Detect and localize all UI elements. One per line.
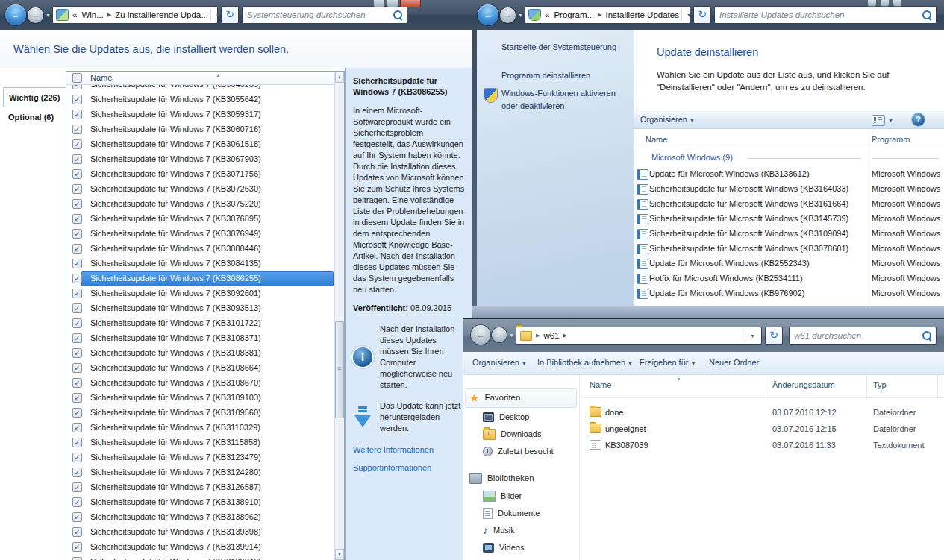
recent-pages-dropdown[interactable]: ▼: [518, 13, 523, 18]
installed-update-row[interactable]: Hotfix für Microsoft Windows (KB2534111)…: [634, 271, 944, 286]
installed-update-row[interactable]: Update für Microsoft Windows (KB2552343)…: [634, 257, 944, 271]
search-box[interactable]: Installierte Updates durchsuchen: [714, 6, 937, 24]
update-row[interactable]: ✓Sicherheitsupdate für Windows 7 (KB3109…: [66, 391, 334, 406]
update-row[interactable]: ✓Sicherheitsupdate für Windows 7 (KB3139…: [66, 555, 334, 560]
share-with-menu[interactable]: Freigeben für ▼: [640, 358, 696, 367]
update-checkbox[interactable]: ✓: [72, 169, 82, 179]
breadcrumb-programs[interactable]: Program...: [551, 10, 596, 19]
update-checkbox[interactable]: ✓: [72, 557, 82, 560]
search-icon[interactable]: [393, 10, 402, 19]
update-checkbox[interactable]: ✓: [72, 244, 82, 254]
breadcrumb-updates-to-install[interactable]: Zu installierende Upda...: [113, 10, 210, 19]
name-column-header[interactable]: Name: [90, 73, 112, 82]
new-folder-button[interactable]: Neuer Ordner: [709, 358, 759, 367]
update-row[interactable]: ✓Sicherheitsupdate für Windows 7 (KB3138…: [66, 510, 334, 525]
update-checkbox[interactable]: ✓: [72, 125, 82, 134]
update-row[interactable]: ✓Sicherheitsupdate für Windows 7 (KB3060…: [66, 122, 334, 137]
task-control-panel-home[interactable]: Startseite der Systemsteuerung: [501, 43, 616, 51]
sidebar-item-bilder[interactable]: Bilder: [483, 488, 522, 503]
update-checkbox[interactable]: ✓: [72, 482, 82, 492]
type-column-header[interactable]: Typ: [873, 380, 887, 389]
update-row[interactable]: ✓Sicherheitsupdate für Windows 7 (KB3123…: [66, 450, 334, 465]
address-bar[interactable]: « Win... ▶ Zu installierende Upda... ▼: [52, 6, 218, 24]
breadcrumb-windows-update[interactable]: Win...: [79, 10, 105, 19]
update-row[interactable]: ✓Sicherheitsupdate für Windows 7 (KB3108…: [66, 331, 334, 346]
organize-menu[interactable]: Organisieren ▼: [640, 115, 695, 124]
sidebar-item-videos[interactable]: Videos: [483, 540, 524, 555]
search-box[interactable]: Systemsteuerung durchsuchen: [242, 6, 407, 24]
refresh-button[interactable]: ↻: [765, 327, 783, 345]
update-row[interactable]: ✓Sicherheitsupdate für Windows 7 (KB3076…: [66, 212, 334, 227]
update-row[interactable]: ✓Sicherheitsupdate für Windows 7 (KB3059…: [66, 107, 334, 122]
update-row[interactable]: ✓Sicherheitsupdate für Windows 7 (KB3055…: [66, 92, 334, 107]
column-divider[interactable]: [866, 375, 867, 397]
update-row[interactable]: ✓Sicherheitsupdate für Windows 7 (KB3093…: [66, 301, 334, 316]
forward-button[interactable]: →: [500, 7, 516, 23]
help-icon[interactable]: ?: [912, 113, 925, 126]
update-checkbox[interactable]: ✓: [72, 95, 82, 104]
update-checkbox[interactable]: ✓: [72, 259, 82, 268]
address-bar[interactable]: « Program... ▶ Installierte Updates ▼: [525, 6, 690, 24]
installed-update-row[interactable]: Sicherheitsupdate für Microsoft Windows …: [634, 212, 944, 227]
organize-menu[interactable]: Organisieren ▼: [472, 358, 527, 367]
search-icon[interactable]: [922, 10, 931, 19]
name-column-header[interactable]: Name: [590, 380, 611, 389]
installed-update-row[interactable]: Update für Microsoft Windows (KB976902)M…: [634, 286, 944, 301]
address-dropdown-icon[interactable]: ▼: [745, 330, 758, 342]
update-checkbox[interactable]: ✓: [72, 453, 82, 462]
update-row[interactable]: ✓Sicherheitsupdate für Windows 7 (KB3126…: [66, 480, 334, 495]
maximize-button[interactable]: [880, 0, 890, 7]
update-row[interactable]: ✓Sicherheitsupdate für Windows 7 (KB3110…: [66, 421, 334, 435]
list-column-header[interactable]: Name ▲: [66, 72, 344, 85]
update-row[interactable]: ✓Sicherheitsupdate für Windows 7 (KB3101…: [66, 316, 334, 331]
update-checkbox[interactable]: ✓: [72, 303, 82, 313]
update-row[interactable]: ✓Sicherheitsupdate für Windows 7 (KB3071…: [66, 167, 334, 182]
include-in-library-menu[interactable]: In Bibliothek aufnehmen ▼: [537, 358, 633, 367]
update-row[interactable]: ✓Sicherheitsupdate für Windows 7 (KB3108…: [66, 361, 334, 376]
column-divider[interactable]: [937, 375, 938, 397]
update-checkbox[interactable]: ✓: [72, 139, 82, 149]
update-row[interactable]: ✓Sicherheitsupdate für Windows 7 (KB3124…: [66, 465, 334, 480]
date-column-header[interactable]: Änderungsdatum: [772, 380, 835, 389]
update-checkbox[interactable]: ✓: [72, 199, 82, 209]
update-row[interactable]: ✓Sicherheitsupdate für Windows 7 (KB3139…: [66, 525, 334, 540]
recent-pages-dropdown[interactable]: ▼: [509, 333, 514, 338]
tab-optional[interactable]: Optional (6): [8, 113, 54, 122]
update-row[interactable]: ✓Sicherheitsupdate für Windows 7 (KB3061…: [66, 137, 334, 152]
update-checkbox[interactable]: ✓: [72, 214, 82, 224]
update-checkbox[interactable]: ✓: [72, 497, 82, 507]
breadcrumb-overflow[interactable]: «: [70, 10, 79, 19]
minimize-button[interactable]: [373, 0, 385, 7]
back-button[interactable]: ←: [478, 4, 498, 25]
minimize-button[interactable]: [867, 0, 877, 7]
nav-libraries-header[interactable]: Bibliotheken: [469, 471, 534, 485]
update-row[interactable]: ✓Sicherheitsupdate für Windows 7 (KB3080…: [66, 242, 334, 257]
update-row[interactable]: ✓Sicherheitsupdate für Windows 7 (KB3108…: [66, 346, 334, 361]
forward-button[interactable]: →: [28, 7, 43, 23]
installed-update-row[interactable]: Sicherheitsupdate für Microsoft Windows …: [634, 182, 944, 197]
update-checkbox[interactable]: ✓: [72, 154, 82, 164]
sidebar-item-zuletzt-besucht[interactable]: Zuletzt besucht: [483, 444, 554, 459]
update-checkbox[interactable]: ✓: [72, 318, 82, 328]
file-row-KB3087039[interactable]: KB308703903.07.2016 11:33Textdokument: [581, 438, 944, 454]
update-checkbox[interactable]: ✓: [72, 468, 82, 477]
forward-button[interactable]: →: [492, 327, 507, 342]
installed-update-row[interactable]: Sicherheitsupdate für Microsoft Windows …: [634, 242, 944, 257]
update-row[interactable]: ✓Sicherheitsupdate für Windows 7 (KB3075…: [66, 197, 334, 212]
breadcrumb-overflow[interactable]: «: [543, 10, 551, 19]
update-checkbox[interactable]: ✓: [72, 229, 82, 239]
update-row[interactable]: ✓Sicherheitsupdate für Windows 7 (KB3067…: [66, 152, 334, 167]
update-row[interactable]: ✓Sicherheitsupdate für Windows 7 (KB3092…: [66, 286, 334, 301]
scrollbar-thumb[interactable]: [335, 321, 344, 418]
update-checkbox[interactable]: ✓: [72, 378, 82, 388]
update-row[interactable]: ✓Sicherheitsupdate für Windows 7 (KB3138…: [66, 495, 334, 510]
back-button[interactable]: ←: [471, 325, 490, 345]
update-checkbox[interactable]: ✓: [72, 289, 82, 298]
close-button[interactable]: [400, 0, 421, 7]
scroll-up-button[interactable]: ▲: [335, 72, 344, 83]
update-checkbox[interactable]: ✓: [72, 348, 82, 358]
update-checkbox[interactable]: ✓: [72, 423, 82, 432]
update-checkbox[interactable]: ✓: [72, 408, 82, 418]
update-row[interactable]: ✓Sicherheitsupdate für Windows 7 (KB3108…: [66, 376, 334, 391]
tab-important[interactable]: Wichtig (226): [3, 87, 66, 107]
